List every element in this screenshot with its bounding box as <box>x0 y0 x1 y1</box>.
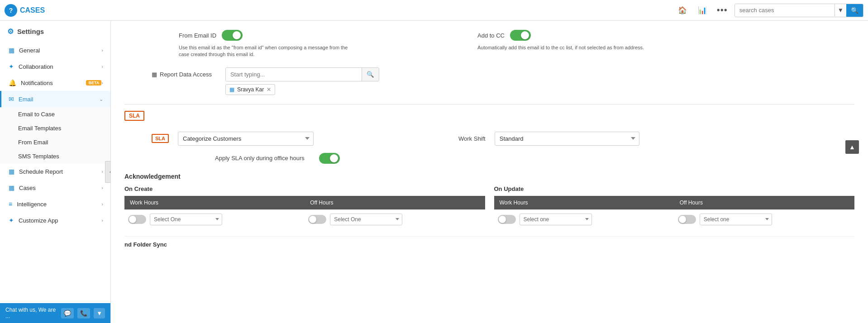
on-create-off-hours-toggle[interactable] <box>308 215 326 224</box>
on-update-off-hours-select[interactable]: Select one <box>700 214 772 225</box>
acknowledgement-grid: On Create Work Hours Off Hours <box>124 185 854 229</box>
on-create-off-hours-select[interactable]: Select One <box>330 214 402 225</box>
report-data-access-label: ▦ Report Data Access <box>152 71 212 78</box>
on-create-title: On Create <box>124 185 485 192</box>
sidebar-item-general[interactable]: ▦ General › <box>0 42 110 58</box>
report-search-input[interactable] <box>226 68 362 81</box>
add-to-cc-field: Add to CC Automatically add this email i… <box>477 30 644 51</box>
on-update-title: On Update <box>494 185 855 192</box>
on-update-off-hours-wrapper: Select one <box>678 214 851 225</box>
chat-widget: Chat with us, We are ... 💬 📞 ▼ <box>0 303 110 323</box>
on-update-off-hours-toggle[interactable] <box>678 215 696 224</box>
on-update-work-hours-select[interactable]: Select one <box>520 214 592 225</box>
from-email-id-description: Use this email id as the "from email id"… <box>179 44 351 58</box>
on-update-off-hours-cell: Select one <box>674 209 854 229</box>
notifications-icon: 🔔 <box>9 79 16 86</box>
apply-sla-row: Apply SLA only during office hours <box>215 153 854 164</box>
report-search-button[interactable]: 🔍 <box>362 68 379 81</box>
arrow-icon: › <box>101 169 103 174</box>
arrow-icon: › <box>101 48 103 53</box>
arrow-icon: › <box>101 218 103 223</box>
collaboration-icon: ✦ <box>9 63 14 70</box>
from-email-id-field: From Email ID Use this email id as the "… <box>179 30 351 58</box>
search-input[interactable] <box>735 4 835 16</box>
top-header: ? CASES 🏠 📊 ••• ▼ 🔍 <box>0 0 868 21</box>
add-to-cc-toggle[interactable] <box>510 30 531 41</box>
sub-menu-sms-templates[interactable]: SMS Templates <box>0 149 110 163</box>
chat-icon-button[interactable]: 💬 <box>61 308 74 318</box>
on-create-work-hours-select[interactable]: Select One <box>150 214 222 225</box>
scroll-top-button[interactable]: ▲ <box>845 140 859 154</box>
general-icon: ▦ <box>9 47 14 54</box>
chat-down-button[interactable]: ▼ <box>94 308 105 318</box>
apply-sla-label: Apply SLA only during office hours <box>215 155 305 162</box>
email-icon: ✉ <box>9 95 14 103</box>
work-shift-select[interactable]: Standard <box>495 132 639 146</box>
beta-badge: BETA <box>86 80 101 86</box>
on-update-work-hours-cell: Select one <box>494 209 674 229</box>
search-dropdown-button[interactable]: ▼ <box>835 4 846 16</box>
nav-icons: 🏠 📊 ••• <box>675 3 730 18</box>
apply-sla-toggle[interactable] <box>319 153 340 164</box>
collapse-sidebar-button[interactable]: ‹ <box>105 161 111 183</box>
phone-icon-button[interactable]: 📞 <box>77 308 90 318</box>
sidebar-item-customize-app[interactable]: ✦ Customize App › <box>0 212 110 228</box>
work-shift-label: Work Shift <box>458 135 486 142</box>
arrow-icon: › <box>101 185 103 190</box>
sidebar-item-intelligence[interactable]: ≡ Intelligence › <box>0 196 110 212</box>
on-create-data-row: Select One <box>124 209 485 229</box>
home-button[interactable]: 🏠 <box>675 3 690 18</box>
arrow-icon: › <box>101 201 103 207</box>
on-update-table: Work Hours Off Hours <box>494 196 855 229</box>
on-update-off-hours-header: Off Hours <box>674 196 854 210</box>
search-go-button[interactable]: 🔍 <box>846 4 863 17</box>
tag-user-name: Sravya Kar <box>237 86 264 93</box>
from-email-id-toggle[interactable] <box>222 30 243 41</box>
sla-field-badge: SLA <box>152 134 169 143</box>
schedule-report-icon: ▦ <box>9 168 14 175</box>
from-email-id-label: From Email ID <box>179 32 216 39</box>
sidebar-item-notifications[interactable]: 🔔 Notifications BETA › <box>0 75 110 91</box>
on-create-off-hours-header: Off Hours <box>305 196 485 210</box>
main-content: From Email ID Use this email id as the "… <box>111 21 868 323</box>
tag-close-button[interactable]: ✕ <box>267 86 271 93</box>
on-create-work-hours-toggle[interactable] <box>128 215 146 224</box>
gear-icon: ⚙ <box>7 27 14 36</box>
on-create-section: On Create Work Hours Off Hours <box>124 185 485 229</box>
sub-menu-from-email[interactable]: From Email <box>0 135 110 149</box>
sidebar-title: ⚙ Settings <box>0 21 110 42</box>
sub-menu-email-to-case[interactable]: Email to Case <box>0 107 110 121</box>
on-update-work-hours-toggle[interactable] <box>498 215 516 224</box>
app-logo: ? CASES <box>5 4 45 17</box>
add-to-cc-label: Add to CC <box>477 32 505 39</box>
on-create-off-hours-wrapper: Select One <box>308 214 481 225</box>
on-update-data-row: Select one <box>494 209 855 229</box>
email-settings-row: From Email ID Use this email id as the "… <box>179 30 854 58</box>
on-create-work-hours-header: Work Hours <box>124 196 305 210</box>
sidebar-item-cases[interactable]: ▦ Cases › <box>0 180 110 196</box>
sla-header-badge: SLA <box>124 111 144 121</box>
chat-text: Chat with us, We are ... <box>5 307 57 319</box>
intelligence-icon: ≡ <box>9 200 12 208</box>
more-button[interactable]: ••• <box>715 3 730 18</box>
on-update-work-hours-wrapper: Select one <box>498 214 671 225</box>
sidebar-item-collaboration[interactable]: ✦ Collaboration › <box>0 58 110 75</box>
customize-app-icon: ✦ <box>9 217 14 224</box>
report-search-wrapper: 🔍 <box>225 67 379 81</box>
on-create-work-hours-wrapper: Select One <box>128 214 301 225</box>
sla-select[interactable]: Categorize Customers <box>178 132 314 146</box>
search-wrapper: ▼ 🔍 <box>734 4 863 17</box>
sla-section-header: SLA <box>124 104 854 125</box>
sub-menu-email-templates[interactable]: Email Templates <box>0 121 110 135</box>
sidebar-item-email[interactable]: ✉ Email ⌄ <box>0 91 110 107</box>
acknowledgement-section: Acknowledgement On Create Work Hours Off… <box>124 173 854 229</box>
acknowledgement-title: Acknowledgement <box>124 173 854 180</box>
report-access-tag: ▦ Sravya Kar ✕ <box>225 84 275 95</box>
on-create-header-row: Work Hours Off Hours <box>124 196 485 210</box>
sla-form-row: SLA Categorize Customers Work Shift Stan… <box>152 132 854 146</box>
chart-button[interactable]: 📊 <box>695 3 710 18</box>
on-create-off-hours-cell: Select One <box>305 209 485 229</box>
on-update-work-hours-header: Work Hours <box>494 196 674 210</box>
on-create-table: Work Hours Off Hours <box>124 196 485 229</box>
sidebar-item-schedule-report[interactable]: ▦ Schedule Report › <box>0 163 110 180</box>
